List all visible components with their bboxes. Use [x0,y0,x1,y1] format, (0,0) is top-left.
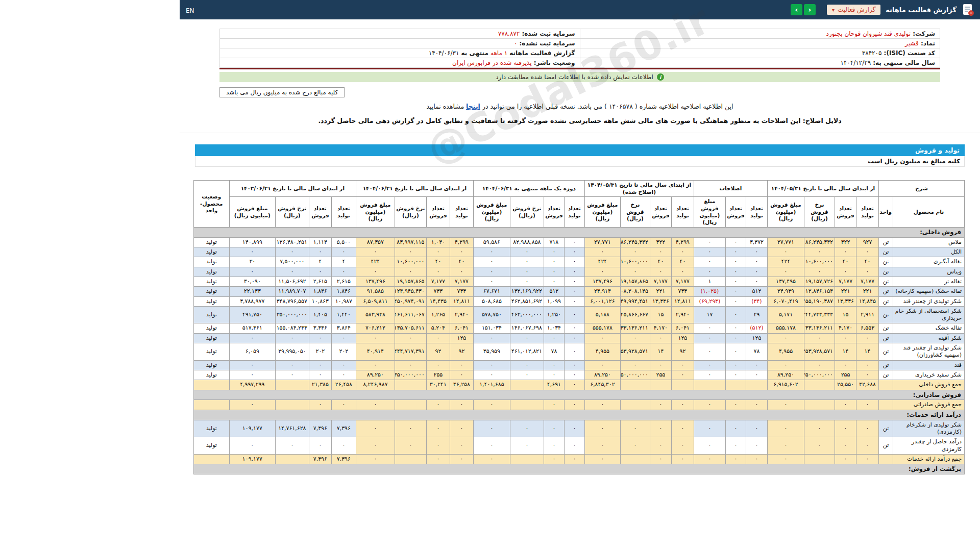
header-group: دوره یک ماهه منتهی به ۱۴۰۴/۰۶/۳۱ [473,181,584,197]
table-row: شکر استحصالی از شکر خام خریداریتن۲,۹۱۱۱۵… [193,306,964,323]
value-cell [746,380,767,390]
value-cell: ۸۹,۲۵۰ [767,370,804,380]
status-cell: تولید [193,267,229,277]
previous-report-button[interactable]: › [791,4,802,15]
product-name-cell: تفاله تر [893,277,965,286]
value-cell: ۵۵۵,۱۷۸ [767,323,804,333]
value-cell: ۰ [309,247,331,257]
value-cell: ۲۲۱ [856,287,879,296]
status-cell [193,380,229,390]
value-cell: ۳۵,۹۵۹ [473,343,510,361]
value-cell: ۰ [835,267,856,277]
value-cell: ۰ [725,257,746,267]
value-cell: ۰ [426,333,450,343]
value-cell: ۰ [426,247,450,257]
value-cell: ۱۳۳,۱۳۶,۲۱۱ [620,323,650,333]
value-cell: ۰ [309,333,331,343]
value-cell: ۰ [650,437,671,455]
product-name-cell: ویناس [893,267,965,277]
value-cell: ۰ [835,360,856,370]
value-cell: ۵۱۲ [746,287,767,296]
value-cell: ۹۲۷ [856,237,879,247]
value-cell: ۵۱۲ [544,287,564,296]
header-subcol: تعداد فروش [725,197,746,228]
header-group: اصلاحات [694,181,767,197]
value-cell: ۷۳۳ [671,287,694,296]
product-name-cell: تفاله آبگیری [893,257,965,267]
next-report-button[interactable]: ‹ [804,4,816,15]
value-cell: ۲,۹۴۰ [671,306,694,323]
unit-cell: تن [879,257,893,267]
value-cell: ۰ [671,420,694,437]
company-info-row: کد صنعت (ISIC): ۳۸۴۲۰۵گزارش فعالیت ماهان… [220,48,940,58]
value-cell: ۰ [309,370,331,380]
value-cell: ۳۵۰,۰۰۰,۰۰۰ [275,306,309,323]
unit-cell: تن [879,267,893,277]
value-cell: ۰ [395,267,426,277]
value-cell: ۲,۶۱۵ [331,277,356,286]
value-cell: ۴۰ [671,257,694,267]
unit-cell: تن [879,323,893,333]
value-cell: ۸۶,۲۴۵,۳۴۲ [804,237,835,247]
value-cell: ۰ [746,454,767,464]
value-cell: ۲۰۲ [309,343,331,361]
value-cell: ۵۸۳,۹۳۸ [356,306,395,323]
company-info-text: ۱۴۰۴/۰۶/۳۱ [429,49,459,57]
value-cell: ۰ [544,437,564,455]
value-cell: ۱۰,۶۰۰,۰۰۰ [620,257,650,267]
value-cell [395,400,426,410]
value-cell: ۶,۰۴۱ [450,323,473,333]
value-cell: ۳,۳۳۶ [309,323,331,333]
product-name-cell: تفاله خشک (سهمیه کارخانه) [893,287,965,296]
amendment-notice: این اطلاعیه اصلاحیه اطلاعیه شماره ( ۱۴۰۶… [180,103,980,110]
value-cell: ۰ [650,454,671,464]
value-cell: ۳,۷۸۸,۹۷۷ [229,296,275,306]
value-cell: ۳,۳۷۲ [746,237,767,247]
value-cell: ۰ [835,437,856,455]
value-cell [671,380,694,390]
table-row: فروش صادراتی: [193,390,964,400]
value-cell: ۰ [356,333,395,343]
table-row: ویناستن۰۰۰۰۰۰۰۰۰۰۰۰۰۰۰۰۰۰۰۰۰۰۰تولید [193,267,964,277]
value-cell: ۱,۰۳۴ [544,323,564,333]
report-doc-icon [962,3,974,16]
value-cell: ۱۰۹,۱۷۷ [229,454,275,464]
value-cell: ۱,۴۴۰ [331,306,356,323]
value-cell: ۰ [694,370,725,380]
value-cell: ۲۹,۹۹۵,۰۵۰ [275,343,309,361]
value-cell: ۰ [694,454,725,464]
value-cell: ۸۷,۳۵۷ [356,237,395,247]
value-cell: ۳۶,۲۵۸ [450,380,473,390]
report-type-dropdown[interactable]: گزارش فعالیت ▾ [827,5,880,15]
table-group-header-row: شرحاز ابتدای سال مالی تا تاریخ ۱۴۰۴/۰۵/۳… [193,181,964,197]
value-cell: ۰ [746,437,767,455]
company-info-text: ۷۷۸,۸۷۲ [498,30,520,37]
value-cell: ۴,۲۹۹ [671,237,694,247]
value-cell: ۱۱۲,۸۴۶,۱۵۴ [804,287,835,296]
previous-version-link[interactable]: اینجا [466,103,480,110]
language-toggle-en[interactable]: EN [186,7,194,14]
table-row: تفاله ترتن۷,۱۷۷۷,۱۷۷۱۹,۱۵۷,۷۲۶۱۳۷,۴۹۵۰۰۱… [193,277,964,286]
value-cell: ۰ [331,247,356,257]
value-cell: ۰ [584,437,620,455]
value-cell: ۷,۳۹۶ [331,420,356,437]
value-cell: ۲۹ [746,306,767,323]
unit-cell: تن [879,360,893,370]
value-cell: ۰ [746,370,767,380]
value-cell: ۱۴,۸۴۵ [856,296,879,306]
company-info-text: گزارش فعالیت ماهانه [507,49,575,57]
value-cell: ۲,۹۱۱ [856,306,879,323]
value-cell: ۰ [473,370,510,380]
value-cell: ۱۹,۱۵۷,۷۲۶ [804,277,835,286]
table-row: جمع درآمد ارائه خدمات۰۰۰۰۰۰۰۰۰۰۰۰۰۰۰۷,۳۹… [193,454,964,464]
unit-cell: تن [879,237,893,247]
value-cell: ۲۱,۳۸۵ [309,380,331,390]
value-cell: ۰ [694,333,725,343]
value-cell: ۲,۶۱۵ [309,277,331,286]
value-cell: ۰ [395,360,426,370]
value-cell: ۰ [746,257,767,267]
topbar-left-group: EN [186,5,194,15]
value-cell: ۰ [804,420,835,437]
value-cell: ۱۵۵,۰۸۴,۲۳۳ [275,323,309,333]
company-info-cell: نماد: قشیر [580,39,940,48]
